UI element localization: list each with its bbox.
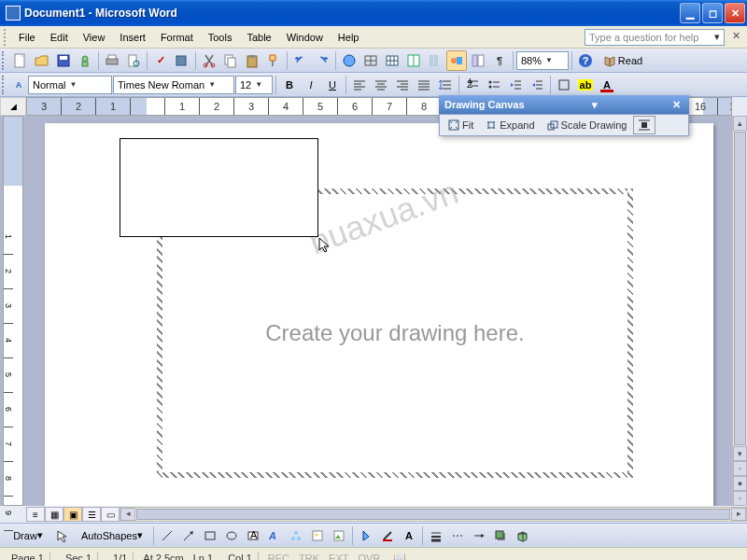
- status-rec[interactable]: REC: [268, 553, 289, 561]
- border-button[interactable]: [554, 75, 574, 95]
- spelling-button[interactable]: ✓: [150, 50, 171, 71]
- menu-edit[interactable]: Edit: [43, 29, 76, 46]
- clipart-button[interactable]: [307, 525, 328, 546]
- line-color-button[interactable]: [377, 525, 398, 546]
- increase-indent-button[interactable]: [527, 75, 547, 95]
- print-preview-button[interactable]: [123, 50, 144, 71]
- vertical-ruler[interactable]: 21123456789: [3, 116, 23, 506]
- drawn-rectangle-shape[interactable]: [120, 138, 318, 237]
- menu-window[interactable]: Window: [279, 29, 331, 46]
- bullets-button[interactable]: [484, 75, 504, 95]
- menu-insert[interactable]: Insert: [112, 29, 153, 46]
- highlight-button[interactable]: ab: [575, 75, 596, 95]
- page-area[interactable]: buaxua.vn Create your drawing here.: [26, 116, 732, 506]
- align-left-button[interactable]: [349, 75, 370, 95]
- select-objects-button[interactable]: [52, 525, 73, 546]
- scroll-thumb[interactable]: [734, 132, 746, 445]
- menu-help[interactable]: Help: [331, 29, 367, 46]
- document-close-button[interactable]: ✕: [728, 30, 743, 45]
- new-button[interactable]: [10, 50, 31, 71]
- wordart-button[interactable]: A: [264, 525, 285, 546]
- scroll-down-button[interactable]: ▾: [733, 446, 747, 461]
- excel-button[interactable]: [403, 50, 424, 71]
- styles-button[interactable]: A: [10, 75, 27, 95]
- close-button[interactable]: ✕: [725, 3, 745, 23]
- fit-button[interactable]: Fit: [443, 116, 478, 134]
- toolbar-grip[interactable]: [4, 29, 7, 46]
- style-dropdown[interactable]: Normal▼: [28, 76, 112, 94]
- help-button[interactable]: ?: [575, 50, 596, 71]
- toolbar-options-arrow-icon[interactable]: ▾: [592, 99, 598, 111]
- permission-button[interactable]: [75, 50, 95, 71]
- bold-button[interactable]: B: [279, 75, 300, 95]
- autoshapes-button[interactable]: AutoShapes ▾: [74, 525, 150, 546]
- expand-button[interactable]: Expand: [480, 116, 539, 134]
- line-style-button[interactable]: [426, 525, 446, 546]
- maximize-button[interactable]: ◻: [702, 3, 723, 23]
- align-center-button[interactable]: [371, 75, 391, 95]
- columns-button[interactable]: [425, 50, 445, 71]
- arrow-button[interactable]: [178, 525, 199, 546]
- picture-button[interactable]: [329, 525, 349, 546]
- scroll-right-button[interactable]: ▸: [731, 508, 746, 521]
- cut-button[interactable]: [199, 50, 219, 71]
- font-color-button[interactable]: A: [399, 525, 419, 546]
- normal-view-button[interactable]: ≡: [26, 507, 45, 522]
- decrease-indent-button[interactable]: [505, 75, 526, 95]
- outline-view-button[interactable]: ☰: [82, 507, 101, 522]
- italic-button[interactable]: I: [301, 75, 321, 95]
- research-button[interactable]: [172, 50, 192, 71]
- save-button[interactable]: [53, 50, 74, 71]
- arrow-style-button[interactable]: [469, 525, 489, 546]
- insert-table-button[interactable]: [382, 50, 402, 71]
- menu-table[interactable]: Table: [239, 29, 278, 46]
- toolbar-grip[interactable]: [2, 76, 7, 94]
- help-search-box[interactable]: Type a question for help ▾: [585, 29, 725, 46]
- font-dropdown[interactable]: Times New Roman▼: [113, 76, 234, 94]
- align-right-button[interactable]: [392, 75, 413, 95]
- reading-layout-view-button[interactable]: ▭: [101, 507, 120, 522]
- read-button[interactable]: Read: [597, 50, 649, 71]
- menu-file[interactable]: File: [11, 29, 43, 46]
- dash-style-button[interactable]: [447, 525, 468, 546]
- copy-button[interactable]: [220, 50, 241, 71]
- underline-button[interactable]: U: [322, 75, 343, 95]
- menu-format[interactable]: Format: [153, 29, 201, 46]
- justify-button[interactable]: [414, 75, 434, 95]
- menu-view[interactable]: View: [76, 29, 113, 46]
- tables-borders-button[interactable]: [360, 50, 381, 71]
- horizontal-scrollbar[interactable]: ◂ ▸: [120, 507, 747, 522]
- rectangle-button[interactable]: [200, 525, 220, 546]
- status-trk[interactable]: TRK: [299, 553, 319, 561]
- toolbar-grip[interactable]: [2, 51, 7, 70]
- scroll-left-button[interactable]: ◂: [120, 508, 135, 521]
- format-painter-button[interactable]: [263, 50, 284, 71]
- redo-button[interactable]: [312, 50, 332, 71]
- minimize-button[interactable]: ▁: [680, 3, 700, 23]
- scroll-thumb[interactable]: [136, 509, 730, 520]
- menu-tools[interactable]: Tools: [201, 29, 240, 46]
- scale-drawing-button[interactable]: Scale Drawing: [542, 116, 632, 134]
- numbering-button[interactable]: 12: [462, 75, 483, 95]
- drawing-button[interactable]: [446, 50, 467, 71]
- scroll-up-button[interactable]: ▴: [733, 116, 747, 131]
- oval-button[interactable]: [221, 525, 242, 546]
- font-color-button[interactable]: A: [597, 75, 617, 95]
- ruler-corner[interactable]: ◢: [0, 97, 26, 116]
- text-wrapping-button[interactable]: [633, 116, 655, 134]
- fill-color-button[interactable]: [356, 525, 376, 546]
- print-button[interactable]: [102, 50, 122, 71]
- zoom-dropdown[interactable]: 88%▼: [516, 51, 569, 70]
- line-spacing-button[interactable]: [435, 75, 456, 95]
- status-spell-icon[interactable]: 📖: [393, 552, 406, 560]
- vertical-scrollbar[interactable]: ▴ ▾ ◦ ● ◦: [732, 116, 747, 506]
- drawing-canvas-toolbar[interactable]: Drawing Canvas ▾ ✕ Fit Expand Scale Draw…: [439, 95, 689, 136]
- paste-button[interactable]: [242, 50, 262, 71]
- drawing-canvas-close-button[interactable]: ✕: [669, 99, 684, 111]
- hyperlink-button[interactable]: [339, 50, 359, 71]
- status-ovr[interactable]: OVR: [358, 553, 380, 561]
- document-map-button[interactable]: [468, 50, 488, 71]
- diagram-button[interactable]: [286, 525, 306, 546]
- line-button[interactable]: [157, 525, 177, 546]
- textbox-button[interactable]: A: [243, 525, 263, 546]
